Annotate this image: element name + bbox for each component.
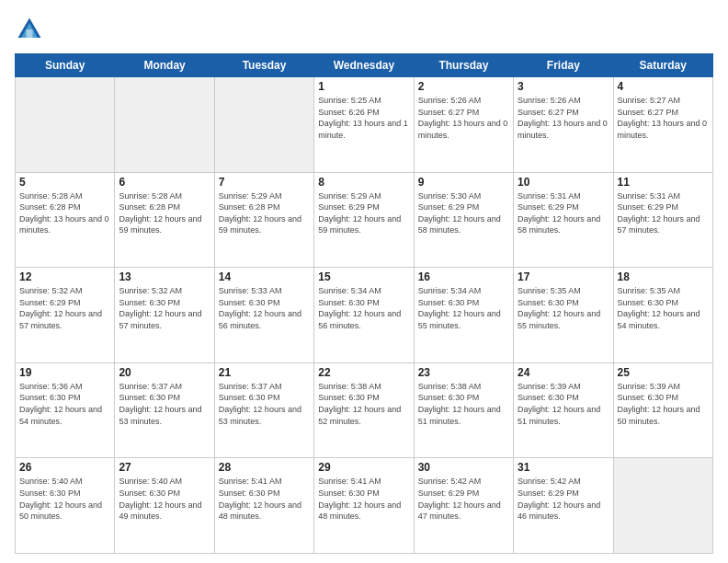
day-info: Sunrise: 5:28 AMSunset: 6:28 PMDaylight:… [119, 190, 210, 236]
day-info: Sunrise: 5:31 AMSunset: 6:29 PMDaylight:… [618, 190, 709, 236]
calendar-week-row: 5Sunrise: 5:28 AMSunset: 6:28 PMDaylight… [16, 172, 713, 268]
day-info: Sunrise: 5:26 AMSunset: 6:27 PMDaylight:… [518, 95, 609, 141]
weekday-header-tuesday: Tuesday [214, 54, 313, 77]
calendar-table: SundayMondayTuesdayWednesdayThursdayFrid… [15, 53, 713, 554]
day-info: Sunrise: 5:32 AMSunset: 6:30 PMDaylight:… [119, 285, 210, 331]
day-info: Sunrise: 5:27 AMSunset: 6:27 PMDaylight:… [618, 95, 709, 141]
day-info: Sunrise: 5:41 AMSunset: 6:30 PMDaylight:… [318, 476, 409, 522]
weekday-header-sunday: Sunday [16, 54, 115, 77]
day-info: Sunrise: 5:34 AMSunset: 6:30 PMDaylight:… [418, 285, 509, 331]
day-number: 23 [418, 366, 509, 379]
weekday-header-friday: Friday [514, 54, 613, 77]
day-info: Sunrise: 5:26 AMSunset: 6:27 PMDaylight:… [418, 95, 509, 141]
calendar-cell: 24Sunrise: 5:39 AMSunset: 6:30 PMDayligh… [514, 362, 613, 458]
page-container: SundayMondayTuesdayWednesdayThursdayFrid… [0, 0, 728, 563]
day-info: Sunrise: 5:39 AMSunset: 6:30 PMDaylight:… [618, 381, 709, 427]
day-number: 13 [119, 270, 210, 283]
weekday-header-row: SundayMondayTuesdayWednesdayThursdayFrid… [16, 54, 713, 77]
calendar-cell: 25Sunrise: 5:39 AMSunset: 6:30 PMDayligh… [613, 362, 712, 458]
day-info: Sunrise: 5:25 AMSunset: 6:26 PMDaylight:… [318, 95, 409, 141]
day-number: 28 [219, 461, 310, 474]
calendar-cell: 17Sunrise: 5:35 AMSunset: 6:30 PMDayligh… [514, 268, 613, 363]
day-number: 8 [318, 176, 409, 189]
day-info: Sunrise: 5:34 AMSunset: 6:30 PMDaylight:… [318, 285, 409, 331]
calendar-cell: 22Sunrise: 5:38 AMSunset: 6:30 PMDayligh… [314, 362, 414, 458]
day-number: 31 [518, 461, 609, 474]
day-number: 30 [418, 461, 509, 474]
day-info: Sunrise: 5:32 AMSunset: 6:29 PMDaylight:… [19, 285, 110, 331]
day-number: 17 [518, 270, 609, 283]
calendar-cell: 21Sunrise: 5:37 AMSunset: 6:30 PMDayligh… [214, 362, 313, 458]
day-number: 10 [518, 176, 609, 189]
day-info: Sunrise: 5:42 AMSunset: 6:29 PMDaylight:… [418, 476, 509, 522]
calendar-week-row: 1Sunrise: 5:25 AMSunset: 6:26 PMDaylight… [16, 77, 713, 173]
calendar-week-row: 19Sunrise: 5:36 AMSunset: 6:30 PMDayligh… [16, 362, 713, 458]
day-info: Sunrise: 5:33 AMSunset: 6:30 PMDaylight:… [219, 285, 310, 331]
day-info: Sunrise: 5:29 AMSunset: 6:28 PMDaylight:… [219, 190, 310, 236]
calendar-cell: 7Sunrise: 5:29 AMSunset: 6:28 PMDaylight… [214, 172, 313, 268]
day-number: 5 [19, 176, 110, 189]
calendar-cell: 19Sunrise: 5:36 AMSunset: 6:30 PMDayligh… [16, 362, 115, 458]
day-number: 6 [119, 176, 210, 189]
logo-icon [15, 15, 44, 44]
calendar-cell: 16Sunrise: 5:34 AMSunset: 6:30 PMDayligh… [414, 268, 513, 363]
day-info: Sunrise: 5:36 AMSunset: 6:30 PMDaylight:… [19, 381, 110, 427]
day-number: 7 [219, 176, 310, 189]
header [15, 15, 713, 44]
calendar-cell: 13Sunrise: 5:32 AMSunset: 6:30 PMDayligh… [115, 268, 214, 363]
day-number: 12 [19, 270, 110, 283]
day-number: 9 [418, 176, 509, 189]
day-info: Sunrise: 5:41 AMSunset: 6:30 PMDaylight:… [219, 476, 310, 522]
day-info: Sunrise: 5:28 AMSunset: 6:28 PMDaylight:… [19, 190, 110, 236]
calendar-cell: 9Sunrise: 5:30 AMSunset: 6:29 PMDaylight… [414, 172, 513, 268]
day-number: 29 [318, 461, 409, 474]
calendar-week-row: 26Sunrise: 5:40 AMSunset: 6:30 PMDayligh… [16, 458, 713, 554]
day-number: 21 [219, 366, 310, 379]
day-number: 18 [618, 270, 709, 283]
day-number: 20 [119, 366, 210, 379]
calendar-cell: 31Sunrise: 5:42 AMSunset: 6:29 PMDayligh… [514, 458, 613, 554]
day-number: 24 [518, 366, 609, 379]
weekday-header-monday: Monday [115, 54, 214, 77]
day-info: Sunrise: 5:37 AMSunset: 6:30 PMDaylight:… [119, 381, 210, 427]
day-number: 27 [119, 461, 210, 474]
logo [15, 15, 48, 44]
day-info: Sunrise: 5:35 AMSunset: 6:30 PMDaylight:… [518, 285, 609, 331]
calendar-cell [16, 77, 115, 173]
day-number: 2 [418, 80, 509, 93]
day-number: 11 [618, 176, 709, 189]
calendar-cell: 6Sunrise: 5:28 AMSunset: 6:28 PMDaylight… [115, 172, 214, 268]
calendar-cell: 5Sunrise: 5:28 AMSunset: 6:28 PMDaylight… [16, 172, 115, 268]
calendar-cell: 4Sunrise: 5:27 AMSunset: 6:27 PMDaylight… [613, 77, 712, 173]
day-info: Sunrise: 5:35 AMSunset: 6:30 PMDaylight:… [618, 285, 709, 331]
day-number: 15 [318, 270, 409, 283]
day-number: 3 [518, 80, 609, 93]
weekday-header-thursday: Thursday [414, 54, 513, 77]
calendar-cell: 28Sunrise: 5:41 AMSunset: 6:30 PMDayligh… [214, 458, 313, 554]
calendar-cell: 27Sunrise: 5:40 AMSunset: 6:30 PMDayligh… [115, 458, 214, 554]
day-number: 19 [19, 366, 110, 379]
calendar-week-row: 12Sunrise: 5:32 AMSunset: 6:29 PMDayligh… [16, 268, 713, 363]
calendar-cell: 15Sunrise: 5:34 AMSunset: 6:30 PMDayligh… [314, 268, 414, 363]
day-number: 25 [618, 366, 709, 379]
weekday-header-wednesday: Wednesday [314, 54, 414, 77]
calendar-cell: 8Sunrise: 5:29 AMSunset: 6:29 PMDaylight… [314, 172, 414, 268]
calendar-cell: 20Sunrise: 5:37 AMSunset: 6:30 PMDayligh… [115, 362, 214, 458]
day-number: 14 [219, 270, 310, 283]
day-info: Sunrise: 5:37 AMSunset: 6:30 PMDaylight:… [219, 381, 310, 427]
calendar-cell [613, 458, 712, 554]
calendar-cell: 26Sunrise: 5:40 AMSunset: 6:30 PMDayligh… [16, 458, 115, 554]
calendar-cell: 10Sunrise: 5:31 AMSunset: 6:29 PMDayligh… [514, 172, 613, 268]
weekday-header-saturday: Saturday [613, 54, 712, 77]
calendar-cell: 23Sunrise: 5:38 AMSunset: 6:30 PMDayligh… [414, 362, 513, 458]
calendar-cell: 2Sunrise: 5:26 AMSunset: 6:27 PMDaylight… [414, 77, 513, 173]
day-number: 22 [318, 366, 409, 379]
day-number: 26 [19, 461, 110, 474]
day-number: 1 [318, 80, 409, 93]
calendar-cell: 18Sunrise: 5:35 AMSunset: 6:30 PMDayligh… [613, 268, 712, 363]
svg-rect-2 [26, 29, 32, 38]
day-info: Sunrise: 5:30 AMSunset: 6:29 PMDaylight:… [418, 190, 509, 236]
day-number: 4 [618, 80, 709, 93]
day-info: Sunrise: 5:42 AMSunset: 6:29 PMDaylight:… [518, 476, 609, 522]
day-info: Sunrise: 5:39 AMSunset: 6:30 PMDaylight:… [518, 381, 609, 427]
